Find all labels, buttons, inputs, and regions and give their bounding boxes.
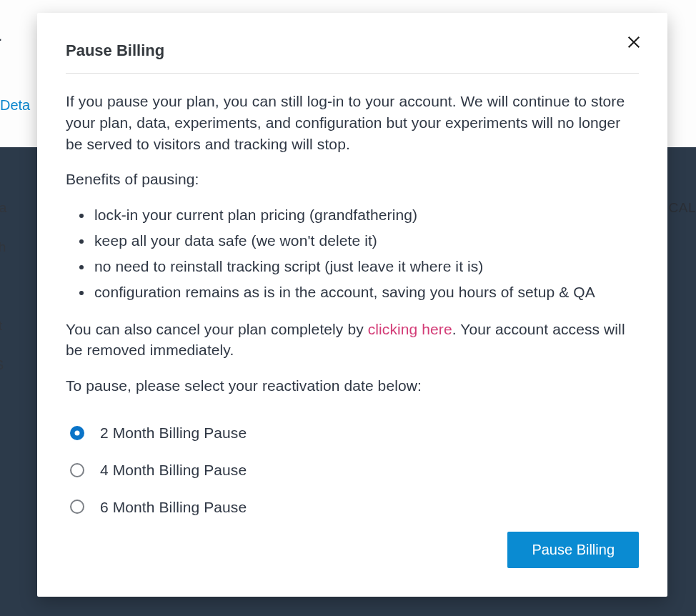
benefit-item: lock-in your current plan pricing (grand… [93, 204, 639, 226]
background-heading-fragment: ns & [0, 19, 1, 46]
pause-option-4-month[interactable]: 4 Month Billing Pause [66, 459, 639, 481]
benefit-item: keep all your data safe (we won't delete… [93, 230, 639, 252]
pause-duration-radio-group: 2 Month Billing Pause 4 Month Billing Pa… [66, 422, 639, 517]
modal-title: Pause Billing [66, 41, 164, 60]
radio-label: 4 Month Billing Pause [100, 459, 247, 481]
pause-option-6-month[interactable]: 6 Month Billing Pause [66, 497, 639, 518]
pause-option-2-month[interactable]: 2 Month Billing Pause [66, 422, 639, 444]
background-active-tab: Deta [0, 97, 30, 114]
close-button[interactable] [623, 31, 645, 55]
modal-footer: Pause Billing [507, 532, 639, 568]
background-side-item: Meth [0, 239, 6, 255]
radio-label: 6 Month Billing Pause [100, 497, 247, 518]
cancel-plan-link[interactable]: clicking here [368, 321, 452, 337]
background-side-item: orma [0, 200, 6, 216]
cancel-paragraph: You can also cancel your plan completely… [66, 319, 639, 362]
select-prompt: To pause, please select your reactivatio… [66, 375, 639, 397]
modal-header: Pause Billing [66, 41, 639, 74]
close-icon [626, 41, 642, 52]
pause-billing-button[interactable]: Pause Billing [507, 532, 639, 568]
background-side-item: nent [0, 318, 2, 334]
radio-icon [70, 500, 84, 514]
benefits-heading: Benefits of pausing: [66, 169, 639, 190]
pause-billing-modal: Pause Billing If you pause your plan, yo… [37, 13, 667, 597]
modal-body: If you pause your plan, you can still lo… [66, 91, 639, 517]
benefit-item: no need to reinstall tracking script (ju… [93, 256, 639, 277]
radio-icon [70, 463, 84, 477]
intro-text: If you pause your plan, you can still lo… [66, 91, 639, 154]
background-right-fragment: CAL [669, 200, 696, 216]
radio-label: 2 Month Billing Pause [100, 422, 247, 444]
benefits-list: lock-in your current plan pricing (grand… [66, 204, 639, 302]
benefit-item: configuration remains as is in the accou… [93, 282, 639, 303]
background-side-item: on S [0, 357, 4, 373]
cancel-text-pre: You can also cancel your plan completely… [66, 321, 368, 337]
radio-icon [70, 426, 84, 440]
